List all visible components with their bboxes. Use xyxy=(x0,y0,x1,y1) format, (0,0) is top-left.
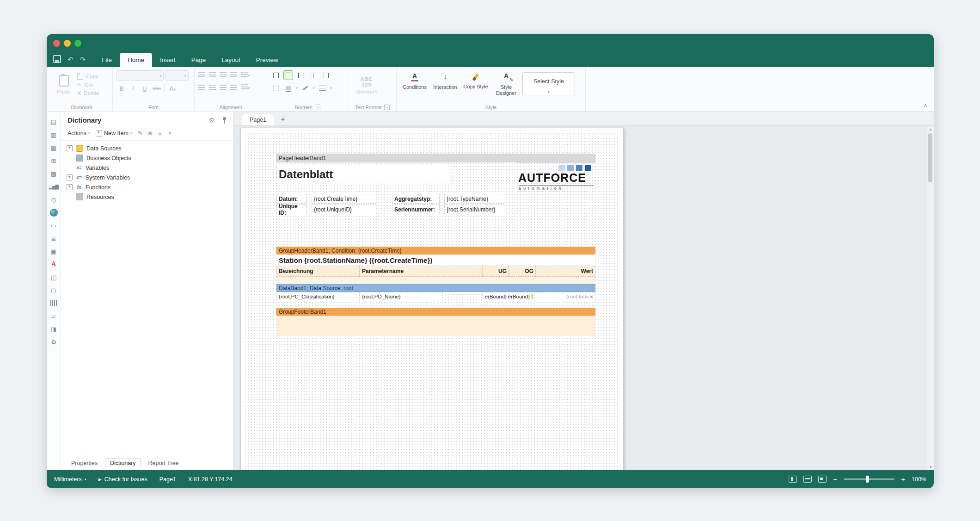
new-item-dropdown[interactable]: New Item▾ xyxy=(96,130,132,136)
inner-vertical-border-button[interactable] xyxy=(308,70,318,80)
subreport-icon[interactable]: ◨ xyxy=(48,323,59,335)
data-cell[interactable]: {root.PD_Name} xyxy=(360,292,443,301)
zoom-out-button[interactable]: − xyxy=(833,476,837,483)
copy-button[interactable]: Copy xyxy=(77,73,99,80)
text-icon[interactable]: ▭ xyxy=(48,220,59,231)
tree-item-variables[interactable]: x= Variables xyxy=(61,163,233,173)
gauge-icon[interactable]: ◷ xyxy=(48,194,59,205)
tab-page[interactable]: Page xyxy=(184,53,214,67)
all-borders-button[interactable] xyxy=(271,70,281,80)
tab-report-tree[interactable]: Report Tree xyxy=(144,459,184,468)
tab-properties[interactable]: Properties xyxy=(67,459,102,468)
report-title-cell[interactable]: Datenblatt xyxy=(276,165,450,184)
right-border-button[interactable] xyxy=(321,70,331,80)
tab-insert[interactable]: Insert xyxy=(152,53,184,67)
tree-item-functions[interactable]: + fx Functions xyxy=(61,182,233,192)
text-angle-icon[interactable] xyxy=(230,85,237,90)
text-in-cells-icon[interactable]: ≣ xyxy=(48,233,59,244)
text-format-button[interactable]: ABC 123 General▾ xyxy=(352,70,381,100)
tree-item-system-variables[interactable]: + x= System Variables xyxy=(61,173,233,182)
fill-color-button[interactable] xyxy=(283,83,293,93)
zoom-multiple-pages-icon[interactable] xyxy=(818,476,827,483)
zoom-page-width-icon[interactable] xyxy=(803,476,812,483)
scroll-up-icon[interactable]: ▲ xyxy=(927,126,934,132)
align-right-icon[interactable] xyxy=(220,72,227,77)
table-icon[interactable]: ⊞ xyxy=(48,155,59,166)
zoom-slider-thumb[interactable] xyxy=(866,476,869,483)
scrollbar-thumb[interactable] xyxy=(928,133,932,182)
page-bands-icon[interactable]: ▤ xyxy=(48,116,59,127)
current-page-label[interactable]: Page1 xyxy=(159,476,176,483)
minimize-window-icon[interactable] xyxy=(64,40,71,47)
conditions-button[interactable]: A Conditions xyxy=(400,70,429,96)
redo-button[interactable]: ↷ xyxy=(80,56,86,63)
group-footer-band-label[interactable]: GroupFooterBand1 xyxy=(276,308,595,316)
panel-icon[interactable]: ◫ xyxy=(48,272,59,283)
align-justify-icon[interactable] xyxy=(230,72,237,77)
column-header-cell[interactable]: Wert xyxy=(536,266,595,277)
map-icon[interactable] xyxy=(48,207,59,218)
indent-button[interactable]: ▾ xyxy=(241,83,250,91)
interaction-button[interactable]: ↓ Interaction xyxy=(431,70,459,96)
outer-borders-button[interactable] xyxy=(283,70,293,80)
data-cell[interactable]: (root.fmtv× xyxy=(536,292,595,301)
zoom-one-page-icon[interactable] xyxy=(789,476,797,483)
data-cell[interactable]: erBound} xyxy=(482,292,509,301)
field-label-cell[interactable]: Unique ID: xyxy=(276,205,307,214)
column-header-cell[interactable]: Parametername xyxy=(360,266,482,277)
maximize-window-icon[interactable] xyxy=(74,40,81,47)
align-left-icon[interactable] xyxy=(198,72,205,77)
text-format-dialog-launcher-icon[interactable]: ↘ xyxy=(384,105,390,110)
align-center-icon[interactable] xyxy=(209,72,216,77)
add-page-button[interactable]: + xyxy=(281,115,285,125)
gear-icon[interactable]: ⚙ xyxy=(208,117,214,124)
tab-preview[interactable]: Preview xyxy=(248,53,286,67)
rich-text-icon[interactable]: A xyxy=(48,259,59,270)
expander-plus-icon[interactable]: + xyxy=(67,184,73,190)
data-band-label[interactable]: DataBand1; Data Source: root xyxy=(276,284,595,292)
collapse-ribbon-icon[interactable]: ∧ xyxy=(924,102,927,108)
italic-button[interactable]: I xyxy=(129,85,137,92)
page-header-band-label[interactable]: PageHeaderBand1 xyxy=(276,154,595,162)
zoom-in-button[interactable]: + xyxy=(901,476,905,483)
pin-icon[interactable] xyxy=(222,117,227,124)
strikethrough-button[interactable]: abc xyxy=(153,86,160,91)
font-name-select[interactable]: ▾ xyxy=(116,70,164,81)
primitive-icon[interactable]: ▱ xyxy=(48,310,59,322)
components-icon[interactable]: ⚙ xyxy=(48,336,59,347)
tab-file[interactable]: File xyxy=(94,53,120,67)
field-value-cell[interactable]: {root.TypeName} xyxy=(444,194,504,204)
units-dropdown[interactable]: Millimeters▴ xyxy=(54,476,86,483)
data-cell[interactable]: erBound} xyxy=(509,292,535,301)
cross-bands-icon[interactable]: ▦ xyxy=(48,142,59,153)
edit-item-button[interactable]: ✎ xyxy=(138,130,143,136)
vertical-scrollbar[interactable]: ▲ ▼ xyxy=(927,126,934,470)
shape-icon[interactable]: ▢ xyxy=(48,285,59,296)
crosstab-icon[interactable]: ▩ xyxy=(48,168,59,179)
undo-button[interactable]: ↶ xyxy=(67,56,74,63)
tree-item-data-sources[interactable]: + Data Sources xyxy=(61,143,233,153)
tab-dictionary[interactable]: Dictionary xyxy=(105,458,141,468)
delete-button[interactable]: ×Delete xyxy=(77,90,99,96)
align-top-icon[interactable] xyxy=(198,85,205,90)
save-button[interactable] xyxy=(53,55,61,64)
barcode-icon[interactable] xyxy=(48,298,59,309)
left-border-button[interactable] xyxy=(296,70,306,80)
delete-item-button[interactable]: × xyxy=(148,130,152,136)
paste-button[interactable]: Paste xyxy=(54,70,74,99)
style-designer-button[interactable]: A Style Designer xyxy=(492,70,521,96)
bold-button[interactable]: B xyxy=(118,85,125,92)
zoom-slider[interactable] xyxy=(844,478,894,480)
borders-dialog-launcher-icon[interactable]: ↘ xyxy=(315,105,320,110)
line-spacing-button[interactable]: ▾ xyxy=(241,70,250,79)
company-logo[interactable]: AUTFORCE automation xyxy=(517,162,595,192)
field-value-cell[interactable]: {root.CreateTime} xyxy=(312,194,376,204)
report-bands-icon[interactable]: ▥ xyxy=(48,129,59,140)
align-bottom-icon[interactable] xyxy=(220,85,227,90)
field-label-cell[interactable]: Seriennummer: xyxy=(392,205,440,214)
tree-item-business-objects[interactable]: Business Objects xyxy=(61,153,233,163)
data-cell[interactable]: {root.PC_Classification} xyxy=(276,292,360,301)
cut-button[interactable]: ✂Cut xyxy=(77,81,99,88)
tab-page1[interactable]: Page1 xyxy=(242,114,274,125)
actions-dropdown[interactable]: Actions▾ xyxy=(67,130,90,136)
